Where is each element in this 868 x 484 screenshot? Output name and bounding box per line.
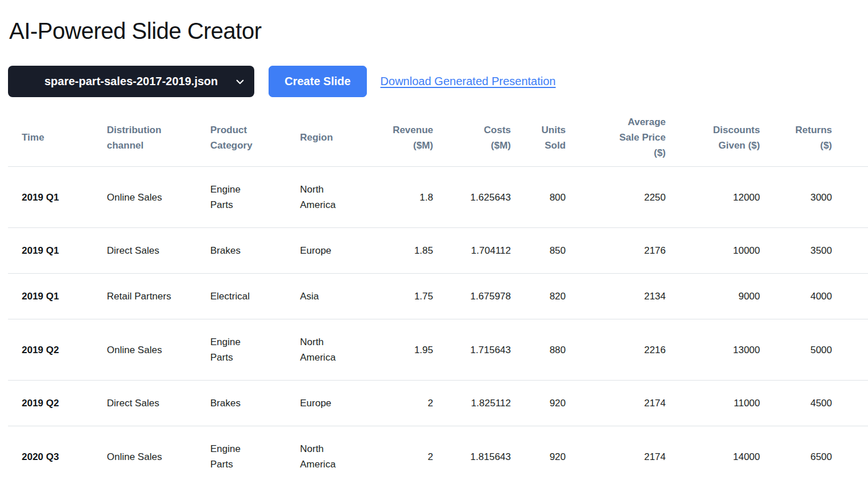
cell-product-category: Engine Parts xyxy=(206,319,295,381)
dataset-select[interactable]: spare-part-sales-2017-2019.json xyxy=(8,66,254,97)
cell-costs: 1.675978 xyxy=(438,274,515,319)
download-presentation-link[interactable]: Download Generated Presentation xyxy=(381,75,556,88)
cell-region: North America xyxy=(295,319,384,381)
cell-revenue: 2 xyxy=(384,381,438,426)
cell-distribution-channel: Direct Sales xyxy=(102,228,206,274)
table-row: 2019 Q2 Online Sales Engine Parts North … xyxy=(8,319,868,381)
cell-region: North America xyxy=(295,426,384,484)
toolbar: spare-part-sales-2017-2019.json Create S… xyxy=(8,66,868,97)
cell-units-sold: 820 xyxy=(515,274,570,319)
cell-distribution-channel: Online Sales xyxy=(102,167,206,228)
cell-costs: 1.625643 xyxy=(438,167,515,228)
chevron-down-icon xyxy=(235,77,245,87)
cell-distribution-channel: Online Sales xyxy=(102,319,206,381)
column-header-product-category: Product Category xyxy=(206,109,295,167)
cell-costs: 1.715643 xyxy=(438,319,515,381)
slide-creator-page: AI-Powered Slide Creator spare-part-sale… xyxy=(0,15,868,484)
table-body: 2019 Q1 Online Sales Engine Parts North … xyxy=(8,167,868,484)
dataset-select-value: spare-part-sales-2017-2019.json xyxy=(45,75,218,88)
page-title: AI-Powered Slide Creator xyxy=(9,15,868,46)
column-header-returns: Returns ($) xyxy=(765,109,868,167)
cell-costs: 1.704112 xyxy=(438,228,515,274)
cell-region: North America xyxy=(295,167,384,228)
cell-average-sale-price: 2134 xyxy=(570,274,670,319)
cell-distribution-channel: Retail Partners xyxy=(102,274,206,319)
cell-returns: 5000 xyxy=(765,319,868,381)
cell-units-sold: 920 xyxy=(515,381,570,426)
cell-product-category: Brakes xyxy=(206,228,295,274)
table-row: 2019 Q1 Online Sales Engine Parts North … xyxy=(8,167,868,228)
cell-costs: 1.825112 xyxy=(438,381,515,426)
cell-average-sale-price: 2174 xyxy=(570,381,670,426)
cell-discounts-given: 10000 xyxy=(670,228,765,274)
table-row: 2019 Q1 Retail Partners Electrical Asia … xyxy=(8,274,868,319)
cell-product-category: Engine Parts xyxy=(206,426,295,484)
cell-time: 2019 Q2 xyxy=(8,381,102,426)
sales-table-container: Time Distribution channel Product Catego… xyxy=(8,109,868,484)
column-header-costs: Costs ($M) xyxy=(438,109,515,167)
cell-returns: 6500 xyxy=(765,426,868,484)
table-row: 2019 Q2 Direct Sales Brakes Europe 2 1.8… xyxy=(8,381,868,426)
column-header-discounts-given: Discounts Given ($) xyxy=(670,109,765,167)
cell-returns: 3500 xyxy=(765,228,868,274)
column-header-revenue: Revenue ($M) xyxy=(384,109,438,167)
cell-time: 2019 Q1 xyxy=(8,167,102,228)
cell-revenue: 1.75 xyxy=(384,274,438,319)
table-header-row: Time Distribution channel Product Catego… xyxy=(8,109,868,167)
cell-average-sale-price: 2176 xyxy=(570,228,670,274)
cell-discounts-given: 14000 xyxy=(670,426,765,484)
cell-discounts-given: 11000 xyxy=(670,381,765,426)
cell-revenue: 2 xyxy=(384,426,438,484)
cell-average-sale-price: 2216 xyxy=(570,319,670,381)
cell-returns: 3000 xyxy=(765,167,868,228)
cell-average-sale-price: 2250 xyxy=(570,167,670,228)
cell-revenue: 1.8 xyxy=(384,167,438,228)
cell-time: 2020 Q3 xyxy=(8,426,102,484)
cell-units-sold: 880 xyxy=(515,319,570,381)
cell-region: Europe xyxy=(295,228,384,274)
cell-time: 2019 Q2 xyxy=(8,319,102,381)
cell-distribution-channel: Online Sales xyxy=(102,426,206,484)
table-row: 2019 Q1 Direct Sales Brakes Europe 1.85 … xyxy=(8,228,868,274)
cell-time: 2019 Q1 xyxy=(8,228,102,274)
cell-region: Europe xyxy=(295,381,384,426)
cell-distribution-channel: Direct Sales xyxy=(102,381,206,426)
cell-region: Asia xyxy=(295,274,384,319)
cell-costs: 1.815643 xyxy=(438,426,515,484)
cell-units-sold: 920 xyxy=(515,426,570,484)
cell-discounts-given: 13000 xyxy=(670,319,765,381)
cell-returns: 4500 xyxy=(765,381,868,426)
cell-revenue: 1.95 xyxy=(384,319,438,381)
cell-product-category: Brakes xyxy=(206,381,295,426)
column-header-region: Region xyxy=(295,109,384,167)
cell-average-sale-price: 2174 xyxy=(570,426,670,484)
column-header-average-sale-price: Average Sale Price ($) xyxy=(570,109,670,167)
cell-product-category: Engine Parts xyxy=(206,167,295,228)
cell-returns: 4000 xyxy=(765,274,868,319)
cell-discounts-given: 12000 xyxy=(670,167,765,228)
sales-data-table: Time Distribution channel Product Catego… xyxy=(8,109,868,484)
cell-revenue: 1.85 xyxy=(384,228,438,274)
cell-units-sold: 800 xyxy=(515,167,570,228)
cell-discounts-given: 9000 xyxy=(670,274,765,319)
cell-time: 2019 Q1 xyxy=(8,274,102,319)
table-row: 2020 Q3 Online Sales Engine Parts North … xyxy=(8,426,868,484)
cell-product-category: Electrical xyxy=(206,274,295,319)
column-header-distribution-channel: Distribution channel xyxy=(102,109,206,167)
column-header-time: Time xyxy=(8,109,102,167)
create-slide-button[interactable]: Create Slide xyxy=(269,66,367,97)
cell-units-sold: 850 xyxy=(515,228,570,274)
column-header-units-sold: Units Sold xyxy=(515,109,570,167)
